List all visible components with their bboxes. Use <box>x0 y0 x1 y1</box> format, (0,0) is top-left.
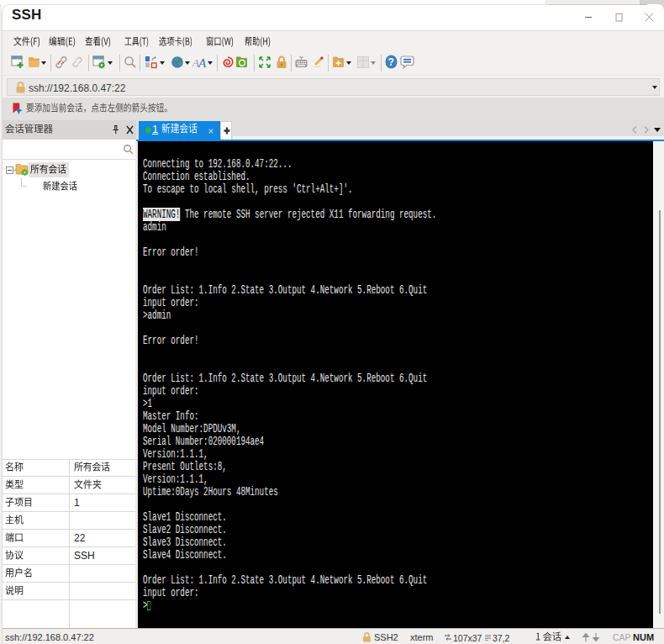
svg-text:?: ? <box>388 56 394 68</box>
svg-text:A: A <box>198 56 207 70</box>
